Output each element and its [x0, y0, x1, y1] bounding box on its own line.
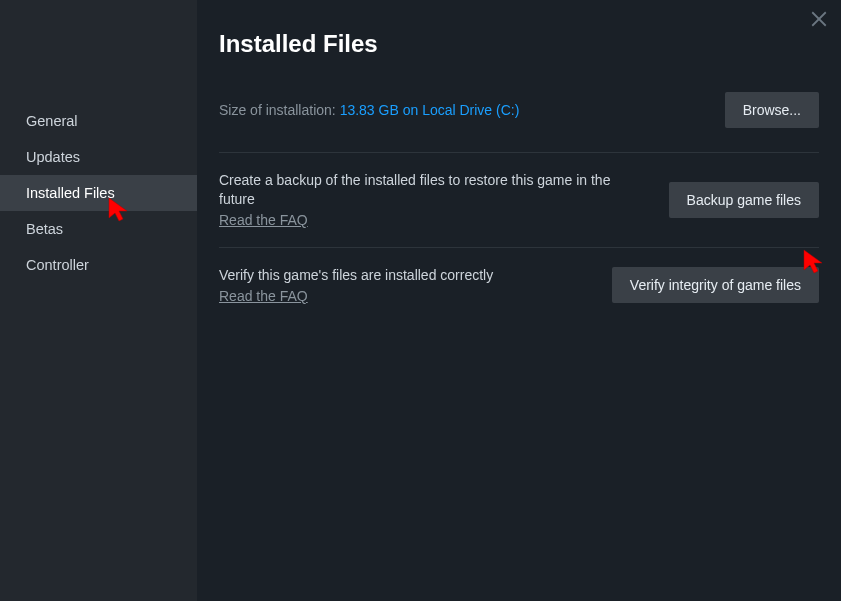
verify-faq-link[interactable]: Read the FAQ [219, 288, 308, 304]
sidebar-item-general[interactable]: General [0, 103, 197, 139]
main-panel: Installed Files Size of installation: 13… [197, 0, 841, 601]
backup-description: Create a backup of the installed files t… [219, 171, 649, 209]
sidebar-item-betas[interactable]: Betas [0, 211, 197, 247]
close-button[interactable] [810, 10, 828, 28]
install-size-label: Size of installation: [219, 102, 340, 118]
sidebar: General Updates Installed Files Betas Co… [0, 0, 197, 601]
install-size-link[interactable]: 13.83 GB on Local Drive (C:) [340, 102, 520, 118]
verify-button[interactable]: Verify integrity of game files [612, 267, 819, 303]
sidebar-item-updates[interactable]: Updates [0, 139, 197, 175]
verify-description: Verify this game's files are installed c… [219, 266, 592, 285]
sidebar-item-installed-files[interactable]: Installed Files [0, 175, 197, 211]
install-size-text: Size of installation: 13.83 GB on Local … [219, 102, 519, 118]
backup-section: Create a backup of the installed files t… [219, 153, 819, 248]
close-icon [810, 10, 828, 28]
sidebar-item-controller[interactable]: Controller [0, 247, 197, 283]
backup-faq-link[interactable]: Read the FAQ [219, 212, 308, 228]
backup-button[interactable]: Backup game files [669, 182, 819, 218]
install-size-row: Size of installation: 13.83 GB on Local … [219, 92, 819, 153]
browse-button[interactable]: Browse... [725, 92, 819, 128]
page-title: Installed Files [219, 30, 819, 58]
verify-section: Verify this game's files are installed c… [219, 248, 819, 323]
